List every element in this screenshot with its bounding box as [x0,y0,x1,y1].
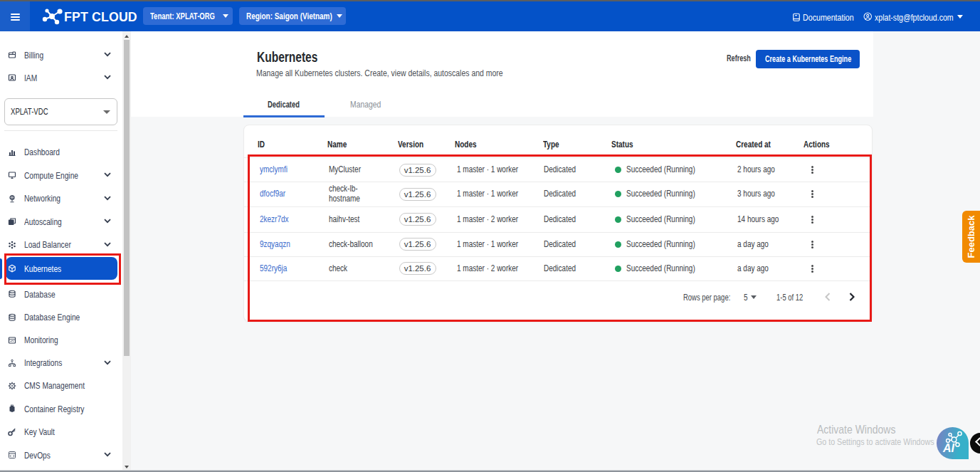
svg-text:AI: AI [942,442,955,454]
